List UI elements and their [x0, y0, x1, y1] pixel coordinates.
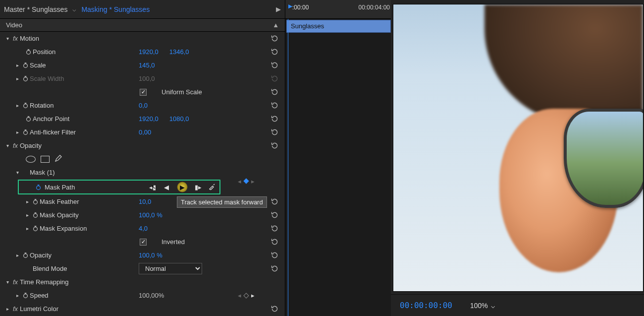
prev-keyframe-icon[interactable]: ◂ — [238, 178, 241, 185]
chevron-down-icon[interactable]: ▾ — [4, 279, 11, 285]
rectangle-mask-icon[interactable] — [41, 156, 50, 163]
prev-keyframe-icon[interactable]: ◂ — [238, 292, 241, 299]
play-icon[interactable]: ▶ — [276, 5, 281, 13]
playhead-icon[interactable]: ▶ — [288, 3, 292, 9]
reset-button[interactable] — [269, 237, 280, 248]
group-opacity[interactable]: ▾ fx Opacity — [0, 139, 285, 152]
clip-bar[interactable]: Sunglasses — [286, 20, 391, 33]
stopwatch-icon[interactable] — [21, 292, 30, 299]
reset-button[interactable] — [269, 100, 280, 111]
timecode-display[interactable]: 00:00:00:00 — [400, 301, 452, 310]
stopwatch-icon[interactable] — [21, 62, 30, 68]
uniform-scale-checkbox[interactable]: ✓ — [140, 89, 147, 96]
keyframe-nav-speed: ◂ ▸ — [238, 292, 255, 299]
reset-button[interactable] — [269, 210, 280, 221]
tab-master[interactable]: Master * Sunglasses — [4, 5, 67, 13]
mask-expansion-value[interactable]: 4,0 — [139, 225, 148, 232]
program-monitor: 00:00:00:00 100% ⌵ — [391, 0, 644, 316]
reset-button[interactable] — [269, 60, 280, 71]
stopwatch-icon[interactable] — [34, 184, 43, 190]
reset-button[interactable] — [269, 87, 280, 98]
effect-controls-timeline[interactable]: ▶ :00:00 00:00:04:00 Sunglasses — [285, 0, 391, 316]
chevron-right-icon[interactable]: ▸ — [14, 253, 21, 258]
stopwatch-icon[interactable] — [24, 116, 33, 122]
mask-opacity-value[interactable]: 100,0 % — [139, 211, 162, 219]
track-settings-icon[interactable] — [209, 183, 215, 191]
stopwatch-icon[interactable] — [31, 198, 40, 205]
keyframe-marker-icon[interactable] — [243, 178, 249, 184]
reset-button[interactable] — [269, 250, 280, 261]
svg-point-6 — [36, 186, 40, 190]
section-header: Video — [6, 21, 22, 29]
group-time-remapping[interactable]: ▾ fx Time Remapping — [0, 275, 285, 289]
scale-value[interactable]: 145,0 — [139, 62, 155, 69]
chevron-down-icon: ⌵ — [491, 302, 495, 310]
reset-button[interactable] — [269, 263, 280, 274]
stopwatch-icon[interactable] — [31, 225, 40, 232]
zoom-select[interactable]: 100% ⌵ — [470, 302, 495, 310]
reset-button[interactable] — [269, 196, 280, 207]
chevron-right-icon[interactable]: ▸ — [4, 306, 11, 312]
stopwatch-icon[interactable] — [21, 102, 30, 109]
anchor-x-value[interactable]: 1920,0 — [139, 115, 159, 123]
prop-mask-path[interactable]: Mask Path ◂▮ ◀ ▶ ↖ ▮▸ — [18, 180, 220, 194]
reset-button[interactable] — [269, 33, 280, 44]
track-forward-one-icon[interactable]: ▮▸ — [195, 184, 202, 191]
reset-button[interactable] — [269, 114, 280, 125]
anchor-y-value[interactable]: 1080,0 — [169, 115, 189, 123]
stopwatch-icon — [21, 75, 30, 82]
speed-value: 100,00% — [139, 292, 164, 299]
keyframe-marker-icon[interactable] — [243, 293, 249, 298]
position-x-value[interactable]: 1920,0 — [139, 48, 159, 56]
inverted-checkbox[interactable]: ✓ — [140, 239, 147, 246]
track-forward-button[interactable]: ▶ ↖ — [177, 182, 188, 192]
chevron-right-icon[interactable]: ▸ — [24, 226, 31, 231]
track-backward-icon[interactable]: ◀ — [163, 184, 170, 191]
group-lumetri-color[interactable]: ▸ fx Lumetri Color — [0, 302, 285, 316]
reset-button[interactable] — [269, 127, 280, 138]
chevron-down-icon[interactable]: ▾ — [14, 170, 21, 175]
chevron-down-icon[interactable]: ⌵ — [70, 5, 78, 13]
stopwatch-icon[interactable] — [31, 212, 40, 218]
chevron-down-icon[interactable]: ▾ — [4, 36, 11, 41]
next-keyframe-icon[interactable]: ▸ — [251, 292, 255, 299]
tooltip: Track selected mask forward — [177, 196, 267, 208]
mask-track-controls: ◂▮ ◀ ▶ ↖ ▮▸ — [149, 182, 215, 192]
stopwatch-icon[interactable] — [21, 252, 30, 258]
anti-flicker-value[interactable]: 0,00 — [139, 128, 151, 136]
opacity-value[interactable]: 100,0 % — [139, 252, 162, 259]
tab-masking[interactable]: Masking * Sunglasses — [81, 5, 150, 13]
chevron-right-icon[interactable]: ▸ — [24, 199, 31, 204]
next-keyframe-icon[interactable]: ▸ — [251, 178, 255, 185]
time-ruler[interactable]: ▶ :00:00 00:00:04:00 — [285, 0, 391, 19]
reset-button[interactable] — [269, 47, 280, 58]
collapse-icon[interactable]: ▲ — [272, 21, 279, 29]
mask-feather-value[interactable]: 10,0 — [139, 198, 151, 205]
blend-mode-select[interactable]: Normal — [139, 263, 202, 274]
reset-button[interactable] — [269, 223, 280, 234]
pen-mask-icon[interactable] — [54, 154, 62, 164]
position-y-value[interactable]: 1346,0 — [169, 48, 189, 56]
prop-anti-flicker: ▸ Anti-flicker Filter 0,00 — [0, 126, 285, 139]
opacity-value-label: Opacity — [30, 252, 52, 259]
reset-button[interactable] — [269, 140, 280, 151]
rotation-value[interactable]: 0,0 — [139, 102, 148, 109]
chevron-right-icon[interactable]: ▸ — [14, 63, 21, 68]
lumetri-label: Lumetri Color — [20, 305, 58, 313]
chevron-right-icon[interactable]: ▸ — [14, 293, 21, 298]
playhead-line[interactable] — [288, 19, 288, 316]
ellipse-mask-icon[interactable] — [26, 156, 36, 163]
chevron-right-icon[interactable]: ▸ — [24, 212, 31, 218]
reset-button — [269, 73, 280, 84]
section-header-row: Video ▲ — [0, 19, 285, 32]
chevron-right-icon[interactable]: ▸ — [14, 103, 21, 108]
chevron-down-icon[interactable]: ▾ — [4, 143, 11, 148]
stopwatch-icon[interactable] — [24, 49, 33, 55]
chevron-right-icon[interactable]: ▸ — [14, 129, 21, 135]
inverted-label: Inverted — [161, 238, 185, 246]
reset-button[interactable] — [269, 304, 280, 315]
group-motion[interactable]: ▾ fx Motion — [0, 32, 285, 45]
stopwatch-icon[interactable] — [21, 129, 30, 135]
preview-frame[interactable] — [393, 4, 644, 292]
fx-badge: fx — [11, 278, 20, 286]
